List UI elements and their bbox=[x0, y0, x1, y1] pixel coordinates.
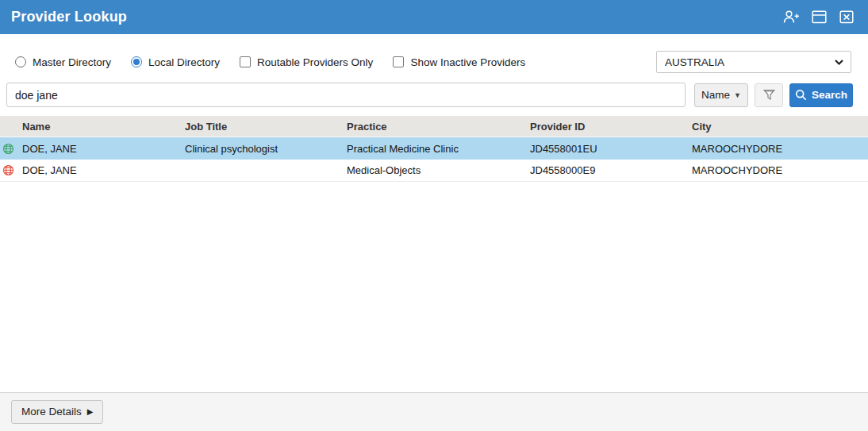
cell-job-title: Clinical psychologist bbox=[185, 143, 347, 155]
table-header-row: Name Job Title Practice Provider ID City bbox=[0, 116, 868, 137]
more-details-label: More Details bbox=[21, 406, 82, 418]
radio-local-directory-label: Local Directory bbox=[148, 56, 220, 68]
add-provider-icon[interactable] bbox=[782, 9, 800, 26]
radio-unchecked-icon bbox=[15, 56, 26, 67]
search-field-selector-button[interactable]: Name ▼ bbox=[694, 83, 748, 107]
column-header-city[interactable]: City bbox=[692, 121, 868, 133]
cell-practice: Practical Medicine Clinic bbox=[347, 143, 530, 155]
checkbox-routable-providers[interactable]: Routable Providers Only bbox=[240, 56, 373, 68]
region-select[interactable]: AUSTRALIA bbox=[656, 51, 851, 73]
cell-city: MAROOCHYDORE bbox=[692, 164, 868, 176]
window-icon[interactable] bbox=[810, 9, 828, 26]
results-table: Name Job Title Practice Provider ID City… bbox=[0, 116, 868, 182]
radio-master-directory[interactable]: Master Directory bbox=[15, 56, 111, 68]
checkbox-icon bbox=[240, 56, 251, 67]
search-row: Name ▼ Search bbox=[6, 83, 853, 107]
column-header-name[interactable]: Name bbox=[22, 121, 185, 133]
table-row[interactable]: DOE, JANE Clinical psychologist Practica… bbox=[0, 137, 868, 160]
window-title: Provider Lookup bbox=[11, 9, 127, 25]
search-input[interactable] bbox=[6, 83, 686, 107]
checkbox-icon bbox=[393, 56, 404, 67]
cell-practice: Medical-Objects bbox=[347, 164, 530, 176]
globe-green-icon bbox=[0, 143, 22, 155]
checkbox-show-inactive-label: Show Inactive Providers bbox=[410, 56, 525, 68]
search-icon bbox=[795, 89, 807, 101]
titlebar: Provider Lookup bbox=[0, 0, 868, 34]
region-select-value: AUSTRALIA bbox=[665, 56, 835, 68]
cell-city: MAROOCHYDORE bbox=[692, 143, 868, 155]
cell-name: DOE, JANE bbox=[22, 143, 185, 155]
funnel-icon bbox=[762, 88, 776, 102]
globe-red-icon bbox=[0, 164, 22, 176]
filters-row: Master Directory Local Directory Routabl… bbox=[15, 51, 851, 73]
column-header-practice[interactable]: Practice bbox=[347, 121, 530, 133]
more-details-button[interactable]: More Details ▶ bbox=[11, 400, 103, 424]
checkbox-show-inactive[interactable]: Show Inactive Providers bbox=[393, 56, 525, 68]
cell-name: DOE, JANE bbox=[22, 164, 185, 176]
radio-checked-icon bbox=[131, 56, 142, 67]
search-button-label: Search bbox=[812, 89, 847, 101]
search-button[interactable]: Search bbox=[789, 83, 853, 107]
column-header-job-title[interactable]: Job Title bbox=[185, 121, 347, 133]
chevron-right-icon: ▶ bbox=[87, 407, 94, 416]
radio-master-directory-label: Master Directory bbox=[33, 56, 111, 68]
cell-provider-id: JD4558001EU bbox=[530, 143, 692, 155]
radio-local-directory[interactable]: Local Directory bbox=[131, 56, 220, 68]
cell-provider-id: JD4558000E9 bbox=[530, 164, 692, 176]
chevron-down-icon bbox=[835, 60, 843, 65]
close-icon[interactable] bbox=[838, 9, 855, 26]
caret-down-icon: ▼ bbox=[734, 91, 741, 99]
table-row[interactable]: DOE, JANE Medical-Objects JD4558000E9 MA… bbox=[0, 160, 868, 182]
checkbox-routable-providers-label: Routable Providers Only bbox=[257, 56, 373, 68]
footer-bar: More Details ▶ bbox=[0, 392, 868, 431]
column-header-provider-id[interactable]: Provider ID bbox=[530, 121, 692, 133]
search-field-selector-label: Name bbox=[701, 89, 730, 101]
filter-button[interactable] bbox=[755, 83, 783, 107]
